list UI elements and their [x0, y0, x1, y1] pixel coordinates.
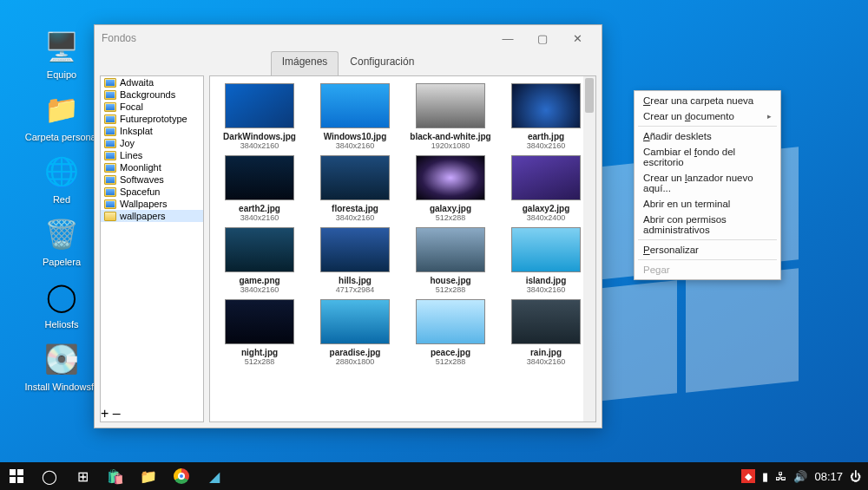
file-explorer-icon[interactable]: 📁	[132, 462, 165, 490]
thumb-galaxy2-jpg[interactable]: galaxy2.jpg3840x2400	[500, 155, 592, 222]
tab-imágenes[interactable]: Imágenes	[271, 51, 339, 75]
desktop-icon-red[interactable]: 🌐Red	[24, 153, 99, 206]
folder-item-futureprototype[interactable]: Futureprototype	[101, 113, 203, 125]
folder-item-moonlight[interactable]: Moonlight	[101, 161, 203, 173]
thumbnail-filename: rain.jpg	[500, 348, 592, 357]
menu-item-crear-un-lanzador-nuevo-aqu-[interactable]: Crear un lanzador nuevo aquí...	[635, 170, 780, 196]
thumbnail-image	[511, 155, 581, 200]
svg-rect-3	[17, 477, 23, 483]
thumb-paradise-jpg[interactable]: paradise.jpg2880x1800	[309, 299, 401, 366]
thumb-darkwindows-jpg[interactable]: DarkWindows.jpg3840x2160	[214, 83, 306, 150]
thumb-hills-jpg[interactable]: hills.jpg4717x2984	[309, 227, 401, 294]
menu-separator	[638, 239, 777, 240]
thumb-windows10-jpg[interactable]: Windows10.jpg3840x2160	[309, 83, 401, 150]
menu-item-personalizar[interactable]: Personalizar	[635, 242, 780, 258]
clock[interactable]: 08:17	[814, 470, 843, 483]
chrome-icon[interactable]	[165, 462, 198, 490]
desktop-icon-equipo[interactable]: 🖥️Equipo	[24, 28, 99, 81]
folder-item-spacefun[interactable]: Spacefun	[101, 186, 203, 198]
folder-tree[interactable]: AdwaitaBackgroundsFocalFutureprototypeIn…	[101, 76, 203, 406]
folder-item-lines[interactable]: Lines	[101, 149, 203, 161]
thumbnail-dimensions: 512x288	[404, 357, 496, 366]
folder-item-wallpapers[interactable]: Wallpapers	[101, 198, 203, 210]
desktop-glyph-icon: 🗑️	[43, 215, 81, 253]
desktop-glyph-icon: 🌐	[43, 153, 81, 191]
taskview-button[interactable]: ⊞	[66, 462, 99, 490]
desktop-icon-heliosfs[interactable]: ◯Heliosfs	[24, 278, 99, 330]
thumb-galaxy-jpg[interactable]: galaxy.jpg512x288	[404, 155, 496, 222]
desktop-icon-papelera[interactable]: 🗑️Papelera	[24, 215, 99, 268]
thumbnail-filename: peace.jpg	[404, 348, 496, 357]
titlebar[interactable]: Fondos — ▢ ✕	[95, 25, 602, 51]
scrollbar[interactable]	[583, 76, 595, 421]
menu-item-abrir-en-un-terminal[interactable]: Abrir en un terminal	[635, 196, 780, 212]
thumb-peace-jpg[interactable]: peace.jpg512x288	[404, 299, 496, 366]
close-button[interactable]: ✕	[560, 26, 595, 50]
menu-item-abrir-con-permisos-administrativos[interactable]: Abrir con permisos administrativos	[635, 212, 780, 238]
thumbnail-dimensions: 3840x2160	[500, 141, 592, 150]
menu-item-crear-una-carpeta-nueva[interactable]: Crear una carpeta nueva	[635, 93, 780, 108]
folder-item-backgrounds[interactable]: Backgrounds	[101, 88, 203, 101]
store-icon[interactable]: 🛍️	[99, 462, 132, 490]
thumb-rain-jpg[interactable]: rain.jpg3840x2160	[500, 299, 592, 366]
thumbnail-filename: house.jpg	[404, 276, 496, 285]
folder-label: Joy	[120, 138, 135, 148]
folder-label: Spacefun	[120, 186, 160, 197]
desktop-icon-label: Equipo	[24, 69, 99, 81]
thumb-earth-jpg[interactable]: earth.jpg3840x2160	[500, 83, 592, 150]
thumb-night-jpg[interactable]: night.jpg512x288	[214, 299, 306, 366]
thumb-floresta-jpg[interactable]: floresta.jpg3840x2160	[309, 155, 401, 222]
thumb-island-jpg[interactable]: island.jpg3840x2160	[500, 227, 592, 294]
folder-label: wallpapers	[120, 211, 166, 221]
maximize-button[interactable]: ▢	[525, 26, 560, 50]
app-icon[interactable]: ◢	[198, 462, 231, 490]
desktop-glyph-icon: ◯	[43, 278, 81, 316]
thumb-game-png[interactable]: game.png3840x2160	[214, 227, 306, 294]
tab-configuración[interactable]: Configuración	[339, 51, 425, 75]
thumbnail-filename: Windows10.jpg	[309, 132, 401, 141]
volume-icon[interactable]: 🔊	[793, 470, 807, 483]
menu-item-label: Crear un documento	[643, 111, 734, 121]
folder-item-adwaita[interactable]: Adwaita	[101, 76, 203, 88]
folder-item-joy[interactable]: Joy	[101, 137, 203, 149]
folder-item-softwaves[interactable]: Softwaves	[101, 173, 203, 186]
menu-item-crear-un-documento[interactable]: Crear un documento	[635, 108, 780, 124]
desktop-glyph-icon: 📁	[43, 90, 81, 128]
minimize-button[interactable]: —	[490, 26, 525, 50]
thumbnail-grid[interactable]: DarkWindows.jpg3840x2160Windows10.jpg384…	[209, 75, 596, 422]
thumbnail-dimensions: 3840x2160	[500, 357, 592, 366]
desktop-icon-install-windowsfs[interactable]: 💽Install Windowsfs	[24, 340, 99, 393]
network-icon[interactable]: 🖧	[775, 470, 786, 483]
folder-item-focal[interactable]: Focal	[101, 101, 203, 113]
thumbnail-image	[416, 227, 485, 272]
menu-item-a-adir-desklets[interactable]: Añadir desklets	[635, 128, 780, 144]
remove-folder-button[interactable]: –	[113, 406, 121, 421]
svg-rect-1	[17, 469, 23, 475]
thumb-black-and-white-jpg[interactable]: black-and-white.jpg1920x1080	[404, 83, 496, 150]
thumbnail-filename: earth.jpg	[500, 132, 592, 141]
menu-item-label: Crear una carpeta nueva	[643, 95, 753, 106]
thumb-earth2-jpg[interactable]: earth2.jpg3840x2160	[214, 155, 306, 222]
thumbnail-dimensions: 3840x2160	[309, 141, 401, 150]
thumbnail-image	[416, 83, 485, 128]
start-button[interactable]	[0, 462, 33, 490]
power-icon[interactable]: ⏻	[850, 470, 861, 483]
desktop-icon-carpeta-personal[interactable]: 📁Carpeta personal	[24, 90, 99, 143]
thumbnail-dimensions: 512x288	[404, 285, 496, 294]
battery-icon[interactable]: ▮	[762, 470, 768, 483]
thumb-house-jpg[interactable]: house.jpg512x288	[404, 227, 496, 294]
tray-notification-icon[interactable]: ◆	[741, 469, 755, 483]
folder-sidebar: AdwaitaBackgroundsFocalFutureprototypeIn…	[100, 75, 204, 422]
folder-icon	[104, 212, 116, 221]
search-button[interactable]: ◯	[33, 462, 66, 490]
add-folder-button[interactable]: +	[101, 406, 108, 421]
desktop-glyph-icon: 💽	[43, 340, 81, 378]
folder-item-wallpapers[interactable]: wallpapers	[101, 210, 203, 222]
folder-item-inksplat[interactable]: Inksplat	[101, 125, 203, 137]
picture-folder-icon	[104, 187, 116, 197]
svg-rect-0	[10, 469, 16, 475]
folder-label: Adwaita	[120, 77, 154, 88]
menu-item-cambiar-el-fondo-del-escritorio[interactable]: Cambiar el fondo del escritorio	[635, 144, 780, 170]
thumbnail-dimensions: 3840x2160	[214, 141, 306, 150]
thumbnail-filename: floresta.jpg	[309, 204, 401, 213]
